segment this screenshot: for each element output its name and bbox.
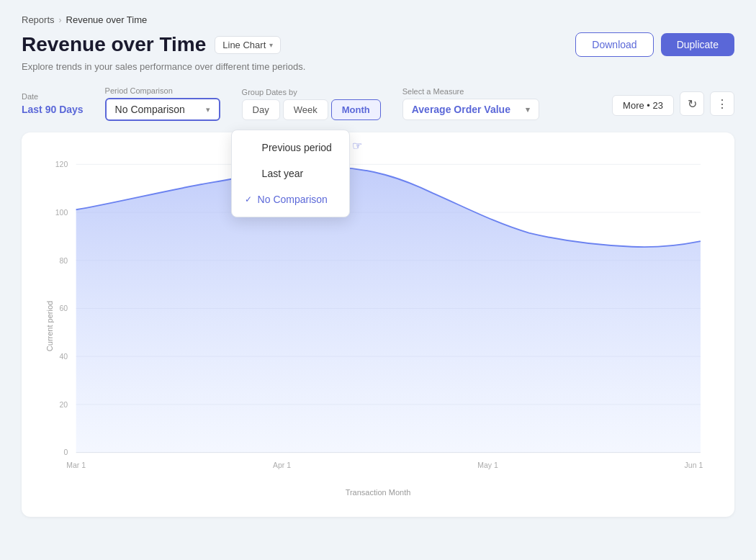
more-separator: • xyxy=(647,100,652,111)
period-dropdown[interactable]: No Comparison ▾ xyxy=(105,98,220,121)
more-count: 23 xyxy=(653,100,663,111)
dropdown-item-label: Previous period xyxy=(262,142,332,153)
period-dropdown-menu: Previous period Last year ✓ No Compariso… xyxy=(231,130,350,217)
more-label: More xyxy=(623,100,644,111)
chart-card: Current period 120 100 80 60 40 xyxy=(22,132,734,517)
right-controls: More • 23 ↻ ⋮ xyxy=(612,91,734,116)
measure-dropdown[interactable]: Average Order Value ▾ xyxy=(402,99,539,120)
page-header: Revenue over Time Line Chart ▾ Download … xyxy=(22,32,734,57)
group-dates-label: Group Dates by xyxy=(242,88,381,96)
period-value: No Comparison xyxy=(115,104,185,115)
period-chevron-icon: ▾ xyxy=(206,105,210,114)
chart-type-chevron-icon: ▾ xyxy=(269,41,273,49)
svg-text:120: 120 xyxy=(55,161,68,168)
dropdown-item-previous-period[interactable]: Previous period xyxy=(232,135,349,161)
date-label: Date xyxy=(22,92,84,101)
dropdown-item-label: Last year xyxy=(262,168,304,179)
svg-text:60: 60 xyxy=(60,304,68,312)
breadcrumb-parent[interactable]: Reports xyxy=(22,14,55,25)
refresh-icon: ↻ xyxy=(688,97,697,111)
svg-text:Mar 1: Mar 1 xyxy=(66,461,86,469)
svg-text:Jun 1: Jun 1 xyxy=(685,461,703,469)
dropdown-item-no-comparison[interactable]: ✓ No Comparison ☞ xyxy=(232,186,349,212)
group-dates-buttons: Day Week Month xyxy=(242,99,381,120)
svg-text:May 1: May 1 xyxy=(477,461,498,469)
dropdown-item-last-year[interactable]: Last year xyxy=(232,161,349,186)
more-options-button[interactable]: ⋮ xyxy=(710,91,734,116)
refresh-button[interactable]: ↻ xyxy=(680,91,704,116)
group-day-button[interactable]: Day xyxy=(242,99,280,120)
measure-chevron-icon: ▾ xyxy=(526,105,530,114)
group-month-button[interactable]: Month xyxy=(331,99,381,120)
period-control: Period Comparison No Comparison ▾ Previo… xyxy=(105,86,220,121)
download-button[interactable]: Download xyxy=(575,32,653,57)
svg-text:Apr 1: Apr 1 xyxy=(273,461,291,469)
dropdown-item-label: No Comparison xyxy=(258,194,328,205)
chart-type-button[interactable]: Line Chart ▾ xyxy=(215,36,281,54)
duplicate-button[interactable]: Duplicate xyxy=(661,33,734,56)
svg-text:20: 20 xyxy=(60,401,68,409)
svg-text:80: 80 xyxy=(60,257,68,265)
breadcrumb: Reports › Revenue over Time xyxy=(22,14,734,25)
x-axis-label: Transaction Month xyxy=(42,488,714,497)
check-icon: ✓ xyxy=(245,194,252,204)
area-fill xyxy=(76,167,701,453)
more-button[interactable]: More • 23 xyxy=(612,95,674,116)
date-value[interactable]: Last 90 Days xyxy=(22,104,84,115)
y-axis-label: Current period xyxy=(45,301,54,351)
svg-text:40: 40 xyxy=(60,353,68,361)
line-chart-svg: 120 100 80 60 40 20 0 xyxy=(42,150,714,481)
period-label: Period Comparison xyxy=(105,86,220,95)
measure-label: Select a Measure xyxy=(402,87,539,96)
breadcrumb-current: Revenue over Time xyxy=(66,14,148,25)
date-control: Date Last 90 Days xyxy=(22,92,84,115)
group-dates-control: Group Dates by Day Week Month xyxy=(242,88,381,120)
svg-text:0: 0 xyxy=(63,448,68,456)
page-subtitle: Explore trends in your sales performance… xyxy=(22,61,734,72)
header-actions: Download Duplicate xyxy=(575,32,734,57)
breadcrumb-separator: › xyxy=(59,15,62,25)
chart-area: Current period 120 100 80 60 40 xyxy=(42,150,714,502)
measure-control: Select a Measure Average Order Value ▾ xyxy=(402,87,539,120)
page-title: Revenue over Time xyxy=(22,33,206,56)
group-week-button[interactable]: Week xyxy=(283,99,328,120)
svg-text:100: 100 xyxy=(55,209,68,217)
more-vert-icon: ⋮ xyxy=(716,97,728,111)
controls-row: Date Last 90 Days Period Comparison No C… xyxy=(22,86,734,121)
title-group: Revenue over Time Line Chart ▾ xyxy=(22,33,281,56)
measure-value: Average Order Value xyxy=(412,104,510,115)
chart-type-label: Line Chart xyxy=(222,40,266,50)
